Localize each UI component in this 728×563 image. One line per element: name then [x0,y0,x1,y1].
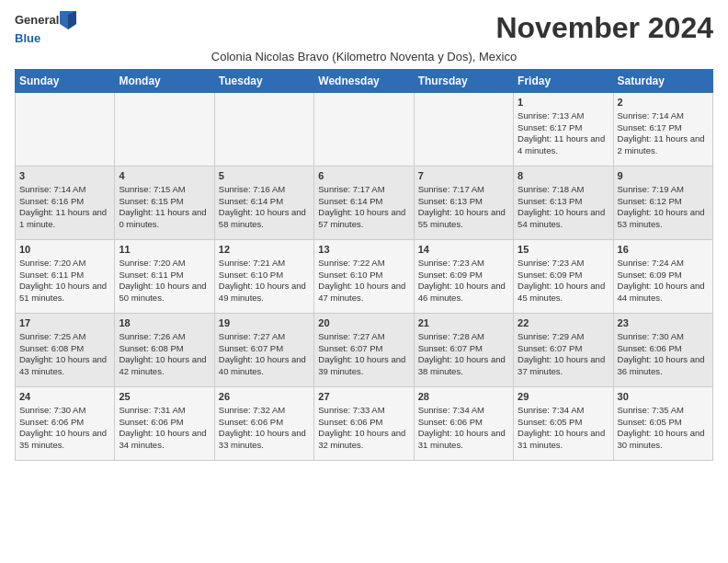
day-number: 17 [19,316,110,330]
calendar-cell-w3d6: 23Sunrise: 7:30 AMSunset: 6:06 PMDayligh… [613,314,712,387]
day-number: 14 [418,243,509,257]
day-info-line: Sunset: 6:06 PM [618,343,709,355]
day-number: 8 [518,169,609,183]
day-info-line: Sunset: 6:06 PM [418,417,509,429]
calendar-cell-w0d2 [214,93,313,167]
calendar-cell-w3d3: 20Sunrise: 7:27 AMSunset: 6:07 PMDayligh… [314,314,414,387]
day-number: 16 [618,243,709,257]
day-number: 13 [318,243,409,257]
day-info-line: Daylight: 10 hours and 31 minutes. [518,428,609,452]
day-info-line: Daylight: 10 hours and 46 minutes. [418,281,509,304]
day-info-line: Daylight: 10 hours and 47 minutes. [318,281,409,304]
day-info-line: Sunrise: 7:20 AM [19,258,110,270]
calendar-cell-w2d6: 16Sunrise: 7:24 AMSunset: 6:09 PMDayligh… [613,240,712,314]
calendar-cell-w3d2: 19Sunrise: 7:27 AMSunset: 6:07 PMDayligh… [214,314,313,387]
day-number: 3 [19,169,110,183]
calendar-cell-w1d6: 9Sunrise: 7:19 AMSunset: 6:12 PMDaylight… [613,167,712,240]
day-number: 29 [518,390,609,404]
calendar-week-1: 3Sunrise: 7:14 AMSunset: 6:16 PMDaylight… [16,167,713,240]
day-info-line: Sunrise: 7:18 AM [518,184,609,196]
day-info-line: Daylight: 10 hours and 49 minutes. [219,281,310,304]
day-info-line: Sunrise: 7:29 AM [518,331,609,343]
day-number: 1 [518,96,609,109]
day-info-line: Daylight: 10 hours and 32 minutes. [318,428,409,452]
day-number: 27 [318,390,409,404]
day-info-line: Sunset: 6:06 PM [19,417,110,429]
day-info-line: Daylight: 11 hours and 1 minute. [19,207,110,231]
day-info-line: Sunrise: 7:25 AM [19,331,110,343]
day-number: 9 [618,169,709,183]
day-info-line: Sunset: 6:07 PM [518,343,609,355]
day-info-line: Daylight: 11 hours and 0 minutes. [119,207,210,231]
calendar-cell-w4d6: 30Sunrise: 7:35 AMSunset: 6:05 PMDayligh… [613,387,712,461]
day-info-line: Daylight: 10 hours and 31 minutes. [418,428,509,452]
day-info-line: Sunset: 6:16 PM [19,196,110,208]
day-number: 28 [418,390,509,404]
day-number: 24 [19,390,110,404]
day-info-line: Daylight: 10 hours and 33 minutes. [219,428,310,452]
day-info-line: Sunrise: 7:16 AM [219,184,310,196]
day-number: 4 [119,169,210,183]
calendar-cell-w3d5: 22Sunrise: 7:29 AMSunset: 6:07 PMDayligh… [514,314,613,387]
day-info-line: Sunset: 6:11 PM [119,270,210,282]
day-info-line: Sunrise: 7:21 AM [219,258,310,270]
day-info-line: Sunset: 6:07 PM [318,343,409,355]
month-title: November 2024 [495,11,713,45]
day-info-line: Sunset: 6:13 PM [518,196,609,208]
calendar-cell-w4d5: 29Sunrise: 7:34 AMSunset: 6:05 PMDayligh… [514,387,613,461]
day-number: 2 [618,96,709,109]
day-info-line: Daylight: 10 hours and 55 minutes. [418,207,509,231]
day-number: 5 [219,169,310,183]
day-number: 30 [618,390,709,404]
calendar-cell-w0d4 [414,93,513,167]
calendar-page: General Blue November 2024 Colonia Nicol… [0,0,728,468]
day-info-line: Sunset: 6:09 PM [518,270,609,282]
day-info-line: Sunrise: 7:22 AM [318,258,409,270]
header-row-days: Sunday Monday Tuesday Wednesday Thursday… [16,70,713,93]
day-info-line: Sunset: 6:17 PM [618,122,709,134]
day-info-line: Sunset: 6:10 PM [219,270,310,282]
calendar-week-0: 1Sunrise: 7:13 AMSunset: 6:17 PMDaylight… [16,93,713,167]
day-info-line: Sunset: 6:11 PM [19,270,110,282]
day-info-line: Sunset: 6:09 PM [418,270,509,282]
day-info-line: Sunrise: 7:34 AM [518,405,609,417]
day-info-line: Sunrise: 7:26 AM [119,331,210,343]
day-info-line: Daylight: 10 hours and 45 minutes. [518,281,609,304]
day-info-line: Sunrise: 7:17 AM [418,184,509,196]
day-info-line: Daylight: 10 hours and 42 minutes. [119,354,210,378]
day-info-line: Sunrise: 7:35 AM [618,405,709,417]
day-info-line: Sunrise: 7:20 AM [119,258,210,270]
day-number: 11 [119,243,210,257]
header-row: General Blue November 2024 [15,11,713,46]
day-info-line: Daylight: 10 hours and 51 minutes. [19,281,110,304]
calendar-cell-w3d1: 18Sunrise: 7:26 AMSunset: 6:08 PMDayligh… [115,314,214,387]
day-info-line: Sunrise: 7:34 AM [418,405,509,417]
day-number: 18 [119,316,210,330]
day-number: 20 [318,316,409,330]
day-info-line: Sunrise: 7:27 AM [318,331,409,343]
day-info-line: Sunrise: 7:23 AM [518,258,609,270]
calendar-cell-w2d1: 11Sunrise: 7:20 AMSunset: 6:11 PMDayligh… [115,240,214,314]
day-info-line: Daylight: 10 hours and 57 minutes. [318,207,409,231]
day-info-line: Sunrise: 7:14 AM [19,184,110,196]
calendar-cell-w0d1 [115,93,214,167]
day-info-line: Daylight: 11 hours and 4 minutes. [518,133,609,157]
calendar-cell-w2d4: 14Sunrise: 7:23 AMSunset: 6:09 PMDayligh… [414,240,513,314]
day-number: 26 [219,390,310,404]
day-info-line: Daylight: 10 hours and 39 minutes. [318,354,409,378]
logo-icon [60,11,76,29]
day-info-line: Sunrise: 7:33 AM [318,405,409,417]
day-info-line: Sunrise: 7:31 AM [119,405,210,417]
calendar-week-2: 10Sunrise: 7:20 AMSunset: 6:11 PMDayligh… [16,240,713,314]
day-number: 12 [219,243,310,257]
day-number: 25 [119,390,210,404]
day-info-line: Sunset: 6:07 PM [418,343,509,355]
logo: General Blue [15,11,76,46]
day-info-line: Sunset: 6:10 PM [318,270,409,282]
day-info-line: Sunset: 6:09 PM [618,270,709,282]
day-info-line: Sunrise: 7:14 AM [618,110,709,122]
calendar-cell-w1d2: 5Sunrise: 7:16 AMSunset: 6:14 PMDaylight… [214,167,313,240]
col-sunday: Sunday [16,70,115,93]
day-info-line: Sunset: 6:14 PM [318,196,409,208]
calendar-cell-w0d3 [314,93,414,167]
